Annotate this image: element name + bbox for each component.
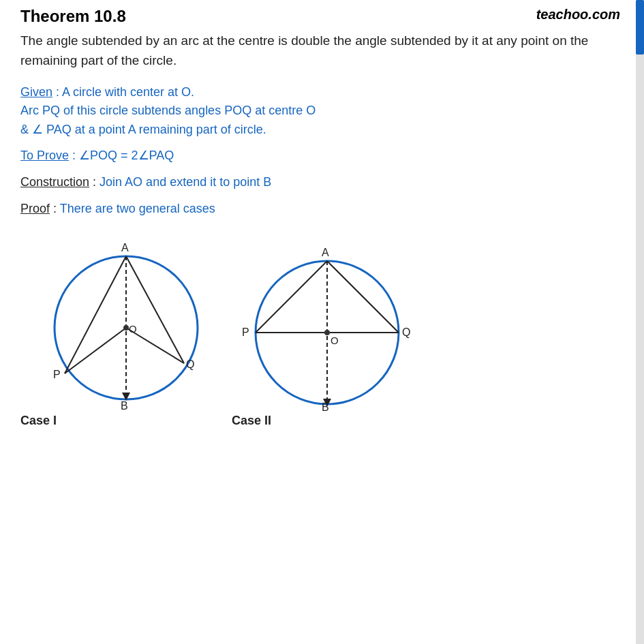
- given-label: Given: [20, 85, 52, 99]
- case2-label: Case II: [232, 414, 271, 428]
- case1-diagram: A P Q O B: [20, 227, 204, 411]
- svg-text:P: P: [53, 369, 61, 380]
- given-line3: & ∠ PAQ at a point A remaining part of c…: [20, 122, 620, 137]
- svg-text:Q: Q: [402, 326, 410, 338]
- svg-text:O: O: [331, 335, 339, 346]
- theorem-description: The angle subtended by an arc at the cen…: [20, 31, 620, 70]
- proof-label: Proof: [20, 202, 50, 215]
- svg-text:B: B: [322, 401, 329, 411]
- svg-line-1: [65, 256, 126, 373]
- given-section: Given : A circle with center at O. Arc P…: [20, 85, 620, 137]
- case2-diagram: A P Q O B: [232, 227, 423, 411]
- svg-point-12: [123, 325, 129, 331]
- scrollbar-thumb[interactable]: [636, 0, 644, 55]
- header-row: Theorem 10.8 teachoo.com: [20, 7, 620, 26]
- svg-text:B: B: [121, 400, 128, 411]
- svg-text:O: O: [129, 323, 137, 335]
- svg-text:A: A: [322, 247, 329, 258]
- svg-text:A: A: [121, 242, 129, 254]
- to-prove-section: To Prove : ∠POQ = 2∠PAQ: [20, 148, 620, 163]
- construction-line: Construction : Join AO and extend it to …: [20, 175, 620, 189]
- case1-label: Case I: [20, 414, 57, 428]
- given-line2: Arc PQ of this circle subtends angles PO…: [20, 104, 620, 118]
- diagrams-row: A P Q O B Case I: [20, 227, 620, 428]
- to-prove-text: ∠POQ = 2∠PAQ: [79, 149, 174, 162]
- construction-label: Construction: [20, 175, 89, 189]
- proof-text: There are two general cases: [60, 202, 215, 215]
- to-prove-line: To Prove : ∠POQ = 2∠PAQ: [20, 148, 620, 163]
- svg-text:P: P: [242, 326, 249, 338]
- proof-line: Proof : There are two general cases: [20, 202, 620, 216]
- construction-section: Construction : Join AO and extend it to …: [20, 175, 620, 189]
- given-text1: A circle with center at O.: [62, 85, 194, 99]
- construction-text: Join AO and extend it to point B: [99, 175, 271, 189]
- page-content: Theorem 10.8 teachoo.com The angle subte…: [0, 0, 641, 442]
- proof-colon: :: [50, 202, 60, 215]
- theorem-title: Theorem 10.8: [20, 7, 126, 26]
- svg-line-2: [126, 256, 184, 363]
- case2-container: A P Q O B Case II: [232, 227, 423, 428]
- brand: teachoo.com: [536, 7, 620, 22]
- svg-line-3: [65, 328, 126, 373]
- given-line1: Given : A circle with center at O.: [20, 85, 620, 99]
- svg-text:Q: Q: [186, 358, 194, 370]
- svg-point-25: [324, 330, 330, 335]
- given-colon: :: [52, 85, 62, 99]
- to-prove-label: To Prove: [20, 149, 69, 162]
- proof-section: Proof : There are two general cases: [20, 202, 620, 216]
- to-prove-colon: :: [69, 149, 79, 162]
- scrollbar[interactable]: [636, 0, 644, 644]
- construction-colon: :: [89, 175, 99, 189]
- case1-container: A P Q O B Case I: [20, 227, 204, 428]
